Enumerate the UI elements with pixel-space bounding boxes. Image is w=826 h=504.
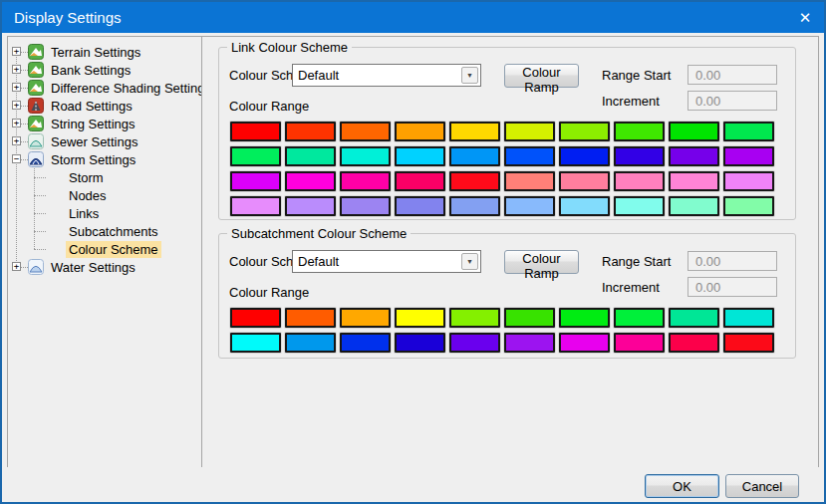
colour-range-label: Colour Range xyxy=(229,285,309,300)
panel-divider xyxy=(201,37,202,467)
tree-item-string-settings[interactable]: +String Settings xyxy=(8,115,201,132)
colour-ramp-button[interactable]: Colour Ramp xyxy=(504,64,579,88)
expand-icon[interactable]: + xyxy=(12,47,21,56)
tree-item-road-settings[interactable]: +Road Settings xyxy=(8,97,201,115)
tree-guide-stub xyxy=(21,267,28,268)
colour-swatch xyxy=(230,122,281,141)
range-start-field: 0.00 xyxy=(688,65,777,85)
colour-swatch xyxy=(230,171,281,191)
tree-item-label: Links xyxy=(66,205,102,222)
tree-guide-stub xyxy=(21,141,28,142)
range-start-field: 0.00 xyxy=(688,251,777,271)
expand-icon[interactable]: + xyxy=(12,101,21,110)
expand-icon[interactable]: + xyxy=(12,262,21,271)
colour-swatch xyxy=(285,196,336,216)
tree-item-terrain-settings[interactable]: +Terrain Settings xyxy=(8,43,201,61)
colour-swatch xyxy=(614,171,665,191)
tree-guide-stub xyxy=(34,195,46,196)
tree-item-label: Terrain Settings xyxy=(48,44,143,61)
colour-swatch xyxy=(669,171,719,191)
tree-item-storm-settings[interactable]: −Storm Settings xyxy=(8,150,201,168)
tree-item-sewer-settings[interactable]: +Sewer Settings xyxy=(8,132,201,150)
colour-swatch xyxy=(449,146,500,166)
cancel-button[interactable]: Cancel xyxy=(725,474,799,498)
colour-swatch xyxy=(723,146,774,166)
colour-swatch xyxy=(340,146,391,166)
colour-swatch xyxy=(669,308,719,328)
tree-guide-stub xyxy=(34,213,46,214)
colour-swatch xyxy=(340,171,391,191)
expand-icon[interactable]: + xyxy=(12,83,21,92)
group-title: Subcatchment Colour Scheme xyxy=(227,226,411,241)
collapse-icon[interactable]: − xyxy=(12,154,21,163)
colour-swatch xyxy=(449,171,500,191)
colour-swatch xyxy=(669,122,719,141)
terrain-icon xyxy=(28,80,44,96)
range-start-label: Range Start xyxy=(602,68,671,83)
tree-guide-stub xyxy=(34,177,46,178)
title-bar[interactable]: Display Settings ✕ xyxy=(2,2,824,33)
colour-swatch xyxy=(559,308,610,328)
colour-swatch xyxy=(723,196,774,216)
tree-guide-stub xyxy=(34,249,46,250)
display-settings-dialog: Display Settings ✕ +Terrain Settings+Ban… xyxy=(0,0,826,504)
tree-item-label: Water Settings xyxy=(48,259,138,276)
colour-swatch xyxy=(669,333,719,353)
tree-item-label: Sewer Settings xyxy=(48,133,140,150)
colour-swatch xyxy=(285,171,336,191)
colour-swatch xyxy=(395,308,445,328)
colour-scheme-value: Default xyxy=(298,254,339,269)
colour-ramp-button[interactable]: Colour Ramp xyxy=(504,250,579,274)
colour-swatch xyxy=(614,308,665,328)
expand-icon[interactable]: + xyxy=(12,65,21,74)
chevron-down-icon[interactable]: ▼ xyxy=(461,67,478,84)
colour-range-grid xyxy=(230,122,774,216)
expand-icon[interactable]: + xyxy=(12,136,21,145)
colour-scheme-select[interactable]: Default ▼ xyxy=(292,250,481,273)
colour-swatch xyxy=(504,333,555,353)
tree-item-label: Subcatchments xyxy=(66,223,161,240)
colour-swatch xyxy=(285,308,336,328)
tree-item-label: Storm Settings xyxy=(48,151,138,168)
chevron-down-icon[interactable]: ▼ xyxy=(461,253,478,270)
colour-swatch xyxy=(614,196,665,216)
tree-item-label: Nodes xyxy=(66,187,110,204)
ok-button[interactable]: OK xyxy=(645,474,719,498)
tree-item-bank-settings[interactable]: +Bank Settings xyxy=(8,61,201,79)
increment-field: 0.00 xyxy=(688,91,777,111)
colour-range-label: Colour Range xyxy=(229,99,309,114)
colour-range-grid xyxy=(230,308,774,353)
colour-swatch xyxy=(449,122,500,141)
tree-item-links[interactable]: Links xyxy=(8,204,201,222)
colour-swatch xyxy=(285,146,336,166)
colour-swatch xyxy=(504,196,555,216)
tree-item-water-settings[interactable]: +Water Settings xyxy=(8,258,201,276)
colour-swatch xyxy=(285,122,336,141)
close-icon[interactable]: ✕ xyxy=(786,2,824,33)
colour-swatch xyxy=(395,196,445,216)
colour-swatch xyxy=(723,171,774,191)
tree-guide-stub xyxy=(21,159,28,160)
colour-swatch xyxy=(340,333,391,353)
colour-swatch xyxy=(614,122,665,141)
tree-guide-stub xyxy=(34,231,46,232)
window-title: Display Settings xyxy=(2,9,122,26)
colour-swatch xyxy=(723,333,774,353)
colour-swatch xyxy=(395,171,445,191)
tree-item-subcatchments[interactable]: Subcatchments xyxy=(8,222,201,240)
colour-swatch xyxy=(559,196,610,216)
tree-item-colour-scheme[interactable]: Colour Scheme xyxy=(8,240,201,258)
colour-swatch xyxy=(395,146,445,166)
tree-item-nodes[interactable]: Nodes xyxy=(8,186,201,204)
colour-swatch xyxy=(614,333,665,353)
tree-guide-stub xyxy=(21,106,28,107)
increment-label: Increment xyxy=(602,280,660,295)
colour-swatch xyxy=(504,308,555,328)
terrain-icon xyxy=(28,62,44,78)
tree-item-difference-shading-settings[interactable]: +Difference Shading Settings xyxy=(8,79,201,97)
tree-item-storm[interactable]: Storm xyxy=(8,168,201,186)
sewer-icon xyxy=(28,133,44,149)
expand-icon[interactable]: + xyxy=(12,119,21,127)
colour-scheme-select[interactable]: Default ▼ xyxy=(292,64,481,87)
colour-swatch xyxy=(230,308,281,328)
